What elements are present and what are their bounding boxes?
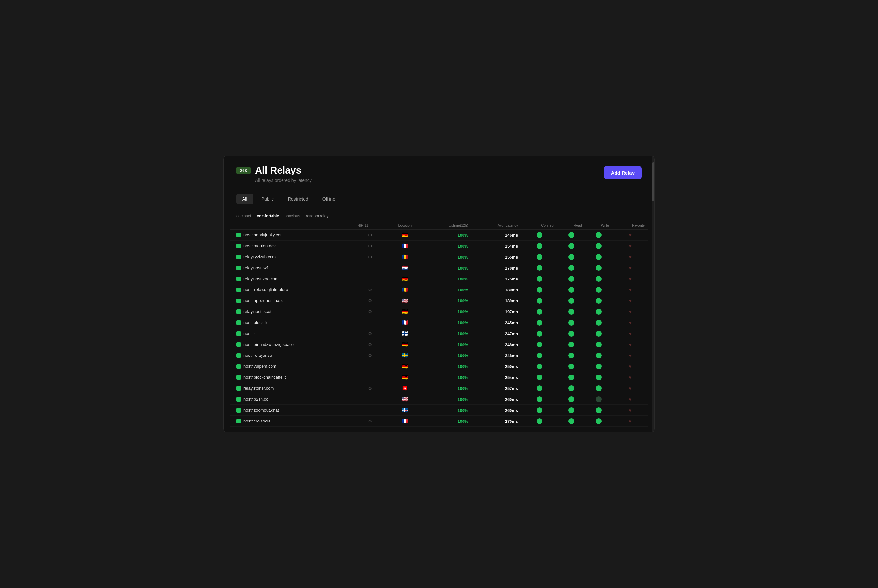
favorite-heart-icon[interactable]: ♥ (629, 375, 631, 380)
favorite-cell[interactable]: ♥ (612, 284, 648, 295)
relay-table: NIP-11 Location Uptime(12h) Avg. Latency… (230, 222, 648, 427)
connect-indicator (537, 254, 542, 260)
favorite-cell[interactable]: ♥ (612, 394, 648, 405)
favorite-heart-icon[interactable]: ♥ (629, 320, 631, 325)
scrollbar[interactable] (652, 156, 654, 432)
latency-value: 254ms (505, 375, 518, 380)
uptime-cell: 100% (423, 361, 471, 372)
favorite-cell[interactable]: ♥ (612, 361, 648, 372)
favorite-cell[interactable]: ♥ (612, 295, 648, 306)
latency-value: 146ms (505, 233, 518, 238)
favorite-heart-icon[interactable]: ♥ (629, 408, 631, 413)
uptime-cell: 100% (423, 405, 471, 416)
favorite-heart-icon[interactable]: ♥ (629, 397, 631, 402)
scrollbar-thumb[interactable] (652, 162, 654, 201)
relay-name-cell: nostr.app.runonflux.io (230, 295, 354, 306)
write-cell (585, 273, 612, 284)
connect-indicator (537, 363, 542, 369)
view-compact[interactable]: compact (236, 214, 251, 218)
write-indicator (596, 386, 602, 391)
read-cell (558, 306, 585, 317)
favorite-cell[interactable]: ♥ (612, 240, 648, 252)
favorite-heart-icon[interactable]: ♥ (629, 331, 631, 336)
read-indicator (569, 287, 574, 293)
latency-value: 260ms (505, 397, 518, 402)
connect-cell (521, 394, 558, 405)
read-cell (558, 240, 585, 252)
connect-indicator (537, 276, 542, 282)
write-indicator (596, 396, 602, 402)
favorite-heart-icon[interactable]: ♥ (629, 386, 631, 391)
relay-name-label: relay.nostr.wf (243, 266, 268, 270)
favorite-heart-icon[interactable]: ♥ (629, 418, 631, 424)
add-relay-button[interactable]: Add Relay (604, 166, 642, 179)
connect-cell (521, 416, 558, 427)
uptime-cell: 100% (423, 230, 471, 240)
location-flag: 🇨🇭 (387, 383, 423, 394)
write-indicator (596, 331, 602, 336)
latency-cell: 254ms (471, 372, 521, 383)
favorite-heart-icon[interactable]: ♥ (629, 232, 631, 238)
relay-status-indicator (236, 309, 241, 314)
uptime-value: 100% (457, 244, 468, 249)
latency-value: 245ms (505, 320, 518, 325)
col-favorite: Favorite (612, 222, 648, 230)
favorite-heart-icon[interactable]: ♥ (629, 266, 631, 270)
tab-offline[interactable]: Offline (317, 194, 341, 204)
view-spacious[interactable]: spacious (285, 214, 300, 218)
favorite-heart-icon[interactable]: ♥ (629, 298, 631, 303)
favorite-heart-icon[interactable]: ♥ (629, 287, 631, 292)
uptime-cell: 100% (423, 416, 471, 427)
write-indicator (596, 276, 602, 282)
table-row: nostr.app.runonflux.io⚙🇺🇸100%189ms♥ (230, 295, 648, 306)
relay-status-indicator (236, 408, 241, 412)
favorite-heart-icon[interactable]: ♥ (629, 309, 631, 314)
read-cell (558, 350, 585, 361)
favorite-heart-icon[interactable]: ♥ (629, 353, 631, 358)
connect-cell (521, 262, 558, 273)
favorite-heart-icon[interactable]: ♥ (629, 254, 631, 260)
tab-public[interactable]: Public (256, 194, 279, 204)
uptime-value: 100% (457, 375, 468, 380)
tab-restricted[interactable]: Restricted (282, 194, 314, 204)
write-cell (585, 339, 612, 350)
gear-icon: ⚙ (368, 309, 372, 314)
favorite-cell[interactable]: ♥ (612, 416, 648, 427)
favorite-cell[interactable]: ♥ (612, 306, 648, 317)
favorite-cell[interactable]: ♥ (612, 328, 648, 339)
random-relay-button[interactable]: random relay (306, 214, 328, 218)
favorite-heart-icon[interactable]: ♥ (629, 243, 631, 249)
view-comfortable[interactable]: comfortable (257, 214, 279, 218)
favorite-cell[interactable]: ♥ (612, 262, 648, 273)
tab-all[interactable]: All (236, 194, 253, 204)
connect-indicator (537, 331, 542, 336)
gear-icon: ⚙ (368, 254, 372, 260)
favorite-cell[interactable]: ♥ (612, 339, 648, 350)
relay-status-indicator (236, 375, 241, 380)
relay-name-cell: relay.nostr.scot (230, 306, 354, 317)
view-controls: compact comfortable spacious random rela… (224, 207, 654, 222)
favorite-cell[interactable]: ♥ (612, 273, 648, 284)
favorite-cell[interactable]: ♥ (612, 405, 648, 416)
favorite-cell[interactable]: ♥ (612, 383, 648, 394)
favorite-cell[interactable]: ♥ (612, 372, 648, 383)
table-row: relay.nostr.wf🇳🇱100%170ms♥ (230, 262, 648, 273)
favorite-cell[interactable]: ♥ (612, 252, 648, 262)
uptime-value: 100% (457, 309, 468, 314)
favorite-heart-icon[interactable]: ♥ (629, 342, 631, 347)
favorite-cell[interactable]: ♥ (612, 317, 648, 328)
read-cell (558, 383, 585, 394)
relay-name-label: nostr.mouton.dev (243, 243, 276, 248)
write-indicator (596, 320, 602, 326)
nip11-cell: ⚙ (354, 350, 387, 361)
favorite-cell[interactable]: ♥ (612, 350, 648, 361)
favorite-heart-icon[interactable]: ♥ (629, 276, 631, 282)
favorite-heart-icon[interactable]: ♥ (629, 364, 631, 369)
uptime-cell: 100% (423, 240, 471, 252)
latency-value: 154ms (505, 244, 518, 249)
write-cell (585, 361, 612, 372)
nip11-cell (354, 394, 387, 405)
relay-status-indicator (236, 233, 241, 237)
location-flag: 🇷🇴 (387, 284, 423, 295)
favorite-cell[interactable]: ♥ (612, 230, 648, 240)
